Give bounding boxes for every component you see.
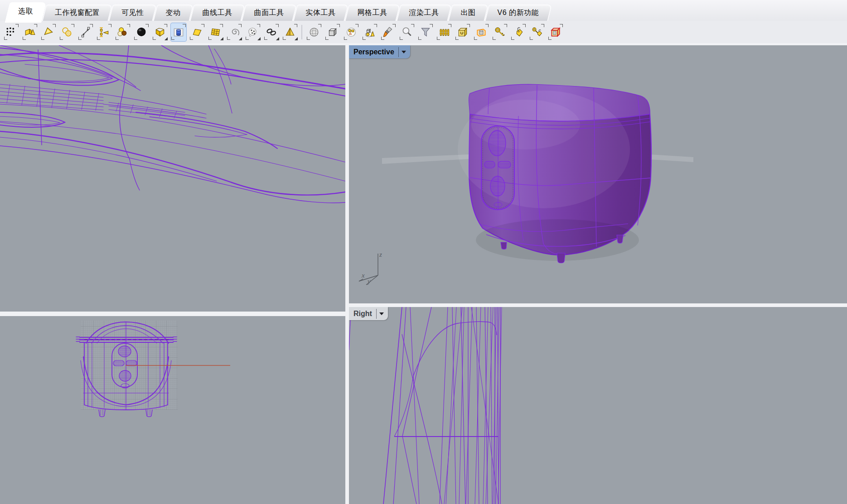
tag-hook-icon[interactable]	[511, 23, 526, 41]
key-tag-glyph	[531, 26, 543, 38]
sel-extrusion-glyph	[173, 26, 184, 38]
sel-small-objects-glyph	[345, 26, 357, 38]
tab-label: 选取	[18, 7, 33, 16]
lock-key-icon[interactable]	[492, 23, 508, 41]
sel-surface-icon[interactable]	[189, 23, 205, 41]
sel-distance-icon[interactable]	[97, 23, 112, 41]
selection-filter-icon[interactable]	[418, 23, 433, 41]
wireframe-curves-top-view	[0, 45, 345, 312]
brush-select-glyph	[382, 26, 394, 38]
key-tag-icon[interactable]	[529, 23, 545, 41]
tab-label: 变动	[166, 8, 181, 18]
toolbar-group-separator	[301, 25, 302, 39]
sel-color-glyph	[117, 26, 129, 38]
sel-color-icon[interactable]	[115, 23, 131, 41]
sel-ptcloud-icon[interactable]	[245, 23, 261, 41]
tab-曲线工具[interactable]: 曲线工具	[192, 5, 243, 21]
tab-label: 出图	[461, 8, 476, 18]
tab-选取[interactable]: 选取	[7, 2, 44, 21]
sel-open-polysrf-glyph	[154, 26, 166, 38]
selection-filter-glyph	[420, 26, 431, 38]
flyout-indicator	[295, 37, 298, 40]
sel-sphere-icon[interactable]	[306, 23, 322, 41]
brush-select-icon[interactable]	[381, 23, 396, 41]
sel-curve-icon[interactable]	[227, 23, 242, 41]
separator	[398, 47, 399, 57]
tab-label: 渲染工具	[409, 8, 439, 18]
sel-chain-glyph	[266, 26, 277, 38]
sel-sphere-glyph	[308, 26, 320, 38]
tab-实体工具[interactable]: 实体工具	[295, 5, 347, 21]
sel-u-box-icon[interactable]: U	[455, 23, 470, 41]
viewport-title-text: Perspective	[353, 48, 398, 56]
cplane-axis-gnomon: z x y	[357, 249, 393, 286]
sel-hatch-glyph	[61, 26, 73, 38]
sel-open-polysrf-icon[interactable]	[152, 23, 168, 41]
tab-label: 工作视窗配置	[55, 8, 100, 18]
tab-变动[interactable]: 变动	[155, 5, 192, 21]
sel-crossing-glyph	[80, 26, 92, 38]
sel-u-box-glyph: U	[457, 26, 469, 38]
viewport-top-left[interactable]	[0, 45, 345, 312]
sel-distance-glyph	[98, 26, 110, 38]
sel-cone-icon[interactable]	[41, 23, 56, 41]
sel-curve-glyph	[228, 26, 240, 38]
sel-sphere-black-glyph	[136, 26, 147, 38]
sel-pyramid-icon[interactable]	[282, 23, 298, 41]
tab-曲面工具[interactable]: 曲面工具	[243, 5, 295, 21]
sel-small-objects-icon[interactable]	[344, 23, 359, 41]
clipping-box-icon[interactable]	[548, 23, 563, 41]
selection-fence-icon[interactable]	[436, 23, 452, 41]
viewport-front[interactable]	[0, 316, 345, 504]
tab-label: 可见性	[121, 8, 144, 18]
tab-V6 的新功能[interactable]: V6 的新功能	[487, 5, 550, 21]
sel-points-glyph	[5, 26, 17, 38]
tab-渲染工具[interactable]: 渲染工具	[398, 5, 450, 21]
viewport-title-perspective[interactable]: Perspective	[349, 45, 410, 58]
sel-chain-icon[interactable]	[264, 23, 279, 41]
zoom-select-glyph	[401, 26, 413, 38]
axis-y-label: y	[367, 278, 371, 285]
sel-crossing-icon[interactable]	[78, 23, 93, 41]
wireframe-front-view	[0, 316, 345, 504]
sel-extrusion-icon[interactable]	[171, 23, 186, 41]
sel-bounding-box-icon[interactable]	[474, 23, 489, 41]
svg-text:U: U	[460, 30, 463, 35]
wireframe-right-view	[349, 307, 847, 504]
viewport-right[interactable]: Right	[349, 307, 847, 504]
selection-toolbar: U	[0, 21, 847, 43]
sel-cone-glyph	[43, 26, 54, 38]
tab-工作视窗配置[interactable]: 工作视窗配置	[44, 5, 111, 21]
flyout-indicator	[239, 37, 242, 40]
lock-key-glyph	[494, 26, 506, 38]
chevron-down-icon[interactable]	[402, 51, 406, 53]
sel-box-icon[interactable]	[325, 23, 340, 41]
tab-label: 网格工具	[358, 8, 387, 18]
tab-label: V6 的新功能	[498, 8, 539, 18]
sel-mesh-icon[interactable]	[208, 23, 223, 41]
viewport-title-text: Right	[353, 310, 376, 318]
flyout-indicator	[276, 37, 279, 40]
viewport-area: Perspective z x y	[0, 43, 847, 504]
chevron-down-icon[interactable]	[379, 312, 384, 315]
sel-volume-objects-icon[interactable]	[362, 23, 378, 41]
viewport-title-right[interactable]: Right	[349, 307, 388, 320]
sel-surface-glyph	[191, 26, 203, 38]
sel-points-icon[interactable]	[4, 23, 19, 41]
zoom-select-icon[interactable]	[399, 23, 415, 41]
sel-hatch-icon[interactable]	[59, 23, 75, 41]
sel-solids-icon[interactable]	[22, 23, 38, 41]
shaded-model-rice-cooker	[349, 45, 847, 303]
clipping-box-glyph	[550, 26, 561, 38]
rhino-app-window: 选取工作视窗配置可见性变动曲线工具曲面工具实体工具网格工具渲染工具出图V6 的新…	[0, 0, 847, 504]
tab-label: 曲面工具	[254, 8, 284, 18]
tab-网格工具[interactable]: 网格工具	[347, 5, 398, 21]
sel-sphere-black-icon[interactable]	[134, 23, 149, 41]
tab-可见性[interactable]: 可见性	[111, 5, 155, 21]
tab-label: 曲线工具	[203, 8, 232, 18]
tab-出图[interactable]: 出图	[450, 5, 487, 21]
tag-hook-glyph	[513, 26, 524, 38]
sel-bounding-box-glyph	[475, 26, 487, 38]
viewport-perspective[interactable]: Perspective z x y	[349, 45, 847, 303]
flyout-indicator	[165, 37, 168, 40]
